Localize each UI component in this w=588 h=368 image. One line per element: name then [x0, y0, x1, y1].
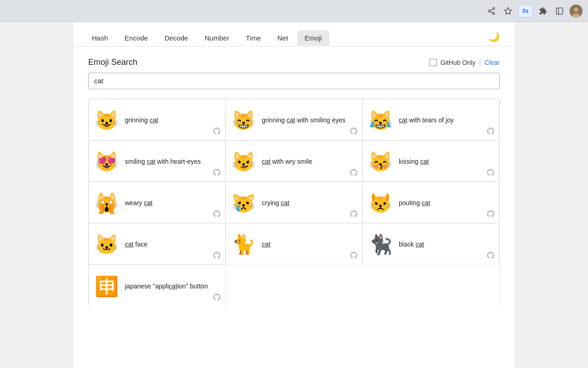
emoji-label: cat with tears of joy [399, 116, 454, 125]
github-only-checkbox[interactable] [430, 59, 437, 66]
emoji-card[interactable]: 😹cat with tears of joy [362, 99, 499, 140]
svg-point-0 [492, 7, 495, 10]
emoji-card[interactable]: 😼cat with wry smile [226, 140, 362, 182]
tab-decode[interactable]: Decode [157, 30, 196, 46]
tab-net[interactable]: Net [270, 30, 295, 46]
emoji-icon: 😹 [368, 111, 392, 130]
github-badge [350, 169, 357, 178]
github-badge [487, 210, 494, 219]
emoji-card[interactable]: 🈸japanese "application" button [89, 264, 226, 306]
emoji-label: smiling cat with heart-eyes [125, 157, 201, 167]
emoji-label: weary cat [125, 199, 153, 208]
content-area: Emoji Search GitHub Only | Clear 😺grinni… [74, 46, 514, 317]
emoji-label: grinning cat with smiling eyes [262, 116, 345, 125]
page-wrapper: Hash Encode Decode Number Time Net Emoji… [74, 22, 514, 368]
emoji-label: cat with wry smile [262, 157, 312, 167]
emoji-label: cat [262, 240, 271, 249]
nav-tabs: Hash Encode Decode Number Time Net Emoji [85, 30, 329, 46]
emoji-icon: 😸 [232, 111, 255, 130]
github-badge [213, 252, 220, 260]
emoji-card[interactable]: 😽kissing cat [362, 140, 499, 182]
tab-hash[interactable]: Hash [85, 30, 115, 46]
github-only-label[interactable]: GitHub Only [441, 59, 475, 66]
emoji-card[interactable]: 😻smiling cat with heart-eyes [89, 140, 226, 182]
github-badge [213, 169, 220, 178]
separator: | [479, 59, 481, 66]
share-icon[interactable] [485, 5, 498, 17]
emoji-card[interactable]: 😿crying cat [226, 182, 362, 223]
emoji-label: grinning cat [125, 116, 158, 125]
github-badge [350, 210, 357, 219]
svg-point-9 [574, 7, 578, 12]
puzzle-icon[interactable] [537, 5, 549, 17]
sidebar-toggle-icon[interactable] [553, 5, 566, 17]
github-badge [487, 169, 494, 178]
clear-button[interactable]: Clear [485, 59, 500, 66]
emoji-card[interactable]: 😾pouting cat [362, 182, 499, 223]
dark-mode-toggle[interactable]: 🌙 [485, 29, 503, 44]
svg-line-4 [490, 9, 492, 10]
svg-marker-5 [505, 7, 512, 14]
tab-time[interactable]: Time [238, 30, 268, 46]
extension-icon[interactable]: 0x [518, 5, 533, 17]
emoji-card[interactable]: 🐱cat face [89, 223, 226, 264]
svg-point-2 [492, 12, 495, 15]
emoji-icon: 😺 [95, 111, 119, 130]
emoji-label: pouting cat [399, 199, 430, 208]
emoji-icon: 😾 [368, 194, 392, 213]
emoji-card[interactable]: 🐈cat [226, 223, 362, 264]
github-badge [213, 210, 220, 219]
github-badge [487, 127, 494, 136]
github-badge [350, 127, 357, 136]
nav-bar: Hash Encode Decode Number Time Net Emoji… [74, 22, 514, 46]
emoji-icon: 🐱 [95, 235, 119, 254]
star-icon[interactable] [502, 5, 514, 17]
github-badge [213, 293, 220, 302]
emoji-icon: 🐈‍⬛ [368, 235, 392, 254]
github-badge [487, 252, 494, 260]
emoji-icon: 😼 [232, 152, 255, 172]
emoji-label: japanese "application" button [125, 282, 208, 291]
tab-encode[interactable]: Encode [117, 30, 155, 46]
avatar[interactable] [570, 5, 582, 17]
search-input[interactable] [94, 77, 494, 85]
emoji-label: black cat [399, 240, 424, 249]
emoji-icon: 😻 [95, 152, 119, 172]
emoji-label: cat face [125, 240, 147, 249]
emoji-grid: 😺grinning cat😸grinning cat with smiling … [88, 98, 500, 306]
search-header: Emoji Search GitHub Only | Clear [88, 58, 500, 67]
tab-number[interactable]: Number [198, 30, 237, 46]
search-input-wrapper[interactable] [88, 73, 500, 89]
emoji-card[interactable]: 😸grinning cat with smiling eyes [226, 99, 362, 140]
emoji-card[interactable]: 🙀weary cat [89, 182, 226, 223]
github-badge [350, 252, 357, 260]
svg-rect-6 [556, 8, 563, 14]
svg-point-1 [488, 10, 491, 12]
github-badge [213, 127, 220, 136]
emoji-label: kissing cat [399, 157, 429, 167]
chrome-toolbar: 0x [0, 0, 588, 22]
tab-emoji[interactable]: Emoji [297, 30, 329, 46]
emoji-icon: 🐈 [232, 235, 255, 254]
emoji-icon: 😽 [368, 152, 392, 172]
search-title: Emoji Search [88, 58, 137, 67]
search-options: GitHub Only | Clear [430, 59, 500, 66]
emoji-card[interactable]: 🐈‍⬛black cat [362, 223, 499, 264]
emoji-icon: 🙀 [95, 194, 119, 213]
emoji-icon: 😿 [232, 194, 255, 213]
emoji-label: crying cat [262, 199, 289, 208]
emoji-card[interactable]: 😺grinning cat [89, 99, 226, 140]
svg-line-3 [490, 12, 492, 13]
emoji-icon: 🈸 [95, 277, 119, 296]
